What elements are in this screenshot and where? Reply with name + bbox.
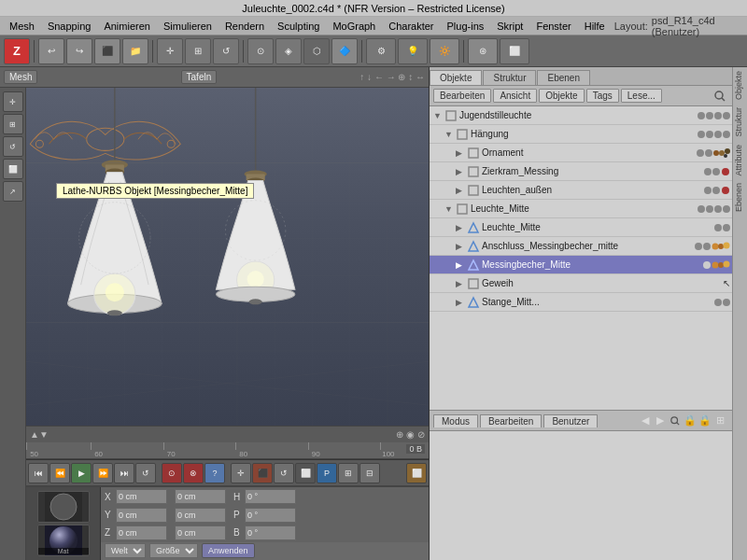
coord-y-input[interactable]: [116, 508, 167, 523]
attr-lock1-icon[interactable]: 🔒: [684, 414, 697, 427]
anim-extra[interactable]: ⬜: [406, 463, 427, 483]
left-sidebar-move[interactable]: ✛: [3, 91, 23, 112]
anim-next-frame[interactable]: ⏩: [92, 463, 113, 483]
attr-search-icon[interactable]: [669, 414, 682, 427]
anim-to-start[interactable]: ⏮: [28, 463, 49, 483]
anim-play[interactable]: ▶: [71, 463, 92, 483]
attr-fwd-icon[interactable]: ▶: [654, 414, 667, 427]
left-sidebar-rotate[interactable]: ↺: [3, 136, 23, 157]
tree-messingbecher[interactable]: ▶ Messingbecher_Mitte: [430, 256, 732, 274]
rt-objekte[interactable]: Objekte: [539, 89, 584, 103]
tree-leuchte-mitte[interactable]: ▼ Leuchte_Mitte: [430, 200, 732, 218]
coord-x2-input[interactable]: [175, 489, 226, 504]
menu-simulieren[interactable]: Simulieren: [158, 20, 218, 33]
viewport-3d[interactable]: [26, 88, 429, 426]
menu-mesh[interactable]: Mesh: [4, 20, 40, 33]
menu-animieren[interactable]: Animieren: [98, 20, 156, 33]
toolbar-sculpt1[interactable]: ⊛: [468, 38, 498, 64]
anim-add[interactable]: ✛: [231, 463, 251, 483]
tab-struktur[interactable]: Struktur: [483, 70, 536, 85]
attr-bearbeiten[interactable]: Bearbeiten: [480, 414, 542, 427]
toolbar-move[interactable]: ✛: [157, 38, 183, 64]
toolbar-obj2[interactable]: ◈: [275, 38, 302, 64]
rt-lese[interactable]: Lese...: [621, 89, 662, 103]
toolbar-render2[interactable]: 💡: [398, 38, 428, 64]
coord-p-input[interactable]: [245, 508, 296, 523]
search-icon[interactable]: [712, 88, 728, 105]
tree-leuchten-aussen[interactable]: ▶ Leuchten_außen: [430, 181, 732, 200]
coord-y2-input[interactable]: [175, 508, 226, 523]
anim-grid1[interactable]: ⊞: [338, 463, 359, 483]
far-right-objekte[interactable]: Objekte: [733, 67, 747, 104]
toolbar-render1[interactable]: ⚙: [366, 38, 396, 64]
anim-stop-record[interactable]: ⊗: [183, 463, 204, 483]
far-right-struktur[interactable]: Struktur: [733, 104, 747, 141]
tree-stange[interactable]: ▶ Stange_Mitt...: [430, 293, 732, 312]
tree-zierkram[interactable]: ▶ Zierkram_Messing: [430, 162, 732, 181]
menu-rendern[interactable]: Rendern: [219, 20, 270, 33]
left-sidebar-scale[interactable]: ⊞: [3, 114, 23, 134]
apply-button[interactable]: Anwenden: [202, 543, 255, 558]
toolbar-open[interactable]: 📁: [122, 38, 148, 64]
anim-refresh[interactable]: ↺: [274, 463, 294, 483]
coord-h-input[interactable]: [245, 489, 296, 504]
menu-plugins[interactable]: Plug-ins: [442, 20, 490, 33]
tree-ornament[interactable]: ▶ Ornament: [430, 144, 732, 162]
attr-back-icon[interactable]: ◀: [639, 414, 652, 427]
attr-lock2-icon[interactable]: 🔒: [698, 414, 712, 427]
viewport-main[interactable]: ▲▼ ⊕ ◉ ⊘ 50 60 70 80 90 100: [26, 88, 429, 560]
coord-z-input[interactable]: [116, 525, 167, 540]
anim-record[interactable]: ⊙: [162, 463, 182, 483]
toolbar-sculpt2[interactable]: ⬜: [500, 38, 529, 64]
anim-box[interactable]: ⬛: [252, 463, 273, 483]
toolbar-redo[interactable]: ↪: [66, 38, 92, 64]
tab-objekte[interactable]: Objekte: [430, 70, 482, 85]
anim-prev-frame[interactable]: ⏪: [49, 463, 70, 483]
anim-p[interactable]: P: [317, 463, 337, 483]
rt-ansicht[interactable]: Ansicht: [493, 89, 537, 103]
coord-x-input[interactable]: [116, 489, 167, 504]
tree-jugendstilleuchte[interactable]: ▼ Jugendstilleuchte: [430, 106, 732, 125]
anim-help[interactable]: ?: [204, 463, 225, 483]
thumb-empty[interactable]: [37, 491, 90, 523]
attr-modus[interactable]: Modus: [433, 414, 478, 427]
toolbar-new[interactable]: ⬛: [94, 38, 120, 64]
menu-charakter[interactable]: Charakter: [383, 20, 439, 33]
viewport-mesh-btn[interactable]: Mesh: [4, 70, 37, 84]
menu-hilfe[interactable]: Hilfe: [579, 20, 611, 33]
size-dropdown[interactable]: Größe: [149, 543, 198, 558]
left-sidebar-cursor[interactable]: ↗: [3, 181, 23, 202]
toolbar-obj1[interactable]: ⊙: [247, 38, 274, 64]
anim-to-end[interactable]: ⏭: [114, 463, 134, 483]
anim-grid2[interactable]: ⊟: [359, 463, 380, 483]
toolbar-render3[interactable]: 🔆: [430, 38, 459, 64]
menu-sculpting[interactable]: Sculpting: [272, 20, 325, 33]
object-tree[interactable]: ▼ Jugendstilleuchte ▼ Hängung: [430, 106, 732, 411]
anim-square[interactable]: ⬜: [295, 463, 316, 483]
tab-ebenen[interactable]: Ebenen: [537, 70, 589, 85]
tree-anschluss[interactable]: ▶ Anschluss_Messingbecher_mitte: [430, 237, 732, 256]
far-right-attribute[interactable]: Attribute: [733, 141, 747, 180]
toolbar-undo[interactable]: ↩: [38, 38, 64, 64]
thumb-mat[interactable]: Mat: [37, 525, 90, 556]
coord-b-input[interactable]: [245, 525, 296, 540]
attr-grid-icon[interactable]: ⊞: [713, 414, 726, 427]
tree-geweih[interactable]: ▶ Geweih ↖: [430, 274, 732, 293]
rt-tags[interactable]: Tags: [586, 89, 619, 103]
viewport-tafeln-btn[interactable]: Tafeln: [181, 70, 218, 84]
toolbar-rotate[interactable]: ↺: [213, 38, 239, 64]
menu-skript[interactable]: Skript: [491, 20, 529, 33]
toolbar-obj3[interactable]: ⬡: [303, 38, 330, 64]
tree-hangung[interactable]: ▼ Hängung: [430, 125, 732, 144]
toolbar-z-logo[interactable]: Z: [4, 38, 30, 64]
menu-fenster[interactable]: Fenster: [530, 20, 576, 33]
world-dropdown[interactable]: Welt: [105, 543, 146, 558]
menu-snapping[interactable]: Snapping: [42, 20, 97, 33]
menu-mograph[interactable]: MoGraph: [327, 20, 381, 33]
tree-leuchte-mitte-poly[interactable]: ▶ Leuchte_Mitte: [430, 218, 732, 237]
rt-bearbeiten[interactable]: Bearbeiten: [433, 89, 491, 103]
attr-benutzer[interactable]: Benutzer: [543, 414, 598, 427]
toolbar-scale[interactable]: ⊞: [185, 38, 211, 64]
anim-loop[interactable]: ↺: [135, 463, 156, 483]
toolbar-obj4[interactable]: 🔷: [331, 38, 358, 64]
